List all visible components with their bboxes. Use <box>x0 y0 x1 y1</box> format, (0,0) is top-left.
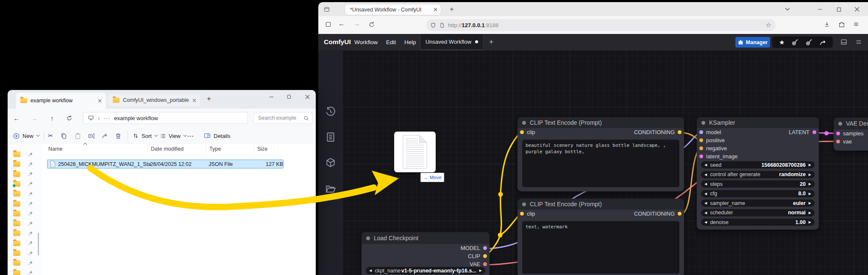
node-clip-text-encode-1[interactable]: CLIP Text Encode (Prompt) clip CONDITION… <box>517 117 684 191</box>
node-widget[interactable]: ◀ denoise 1.00 ▶ <box>701 219 815 226</box>
close-icon[interactable] <box>301 92 314 102</box>
document-icon[interactable] <box>440 22 445 28</box>
workflow-tab[interactable]: Unsaved Workflow <box>420 34 484 50</box>
menu-help[interactable]: Help <box>404 34 416 50</box>
column-header-type[interactable]: Type <box>209 144 221 154</box>
more-options-ellipsis[interactable]: ··· <box>187 127 194 144</box>
vacuum-icon-2[interactable] <box>805 39 812 46</box>
output-port-vae[interactable] <box>483 262 487 266</box>
input-port-negative[interactable] <box>699 146 703 150</box>
share-button[interactable] <box>101 127 108 144</box>
sidebar-folder-item[interactable] <box>8 239 42 248</box>
browser-tab[interactable]: *Unsaved Workflow - ComfyUI <box>345 4 441 15</box>
node-header[interactable]: CLIP Text Encode (Prompt) <box>517 199 684 210</box>
forward-icon[interactable]: → <box>29 113 40 123</box>
output-port-latent[interactable] <box>812 130 816 134</box>
view-button[interactable]: View <box>159 127 187 144</box>
increment-arrow-icon[interactable]: ▶ <box>809 201 811 205</box>
decrement-arrow-icon[interactable]: ◀ <box>704 182 707 186</box>
collapse-dot-icon[interactable] <box>522 202 526 206</box>
sidebar-folder-item[interactable] <box>8 149 42 159</box>
refresh-icon[interactable] <box>64 113 75 123</box>
input-port-model[interactable] <box>699 130 703 134</box>
ckpt-name-widget[interactable]: ◀ ckpt_name v1-5-pruned-emaonly-fp16.s..… <box>366 267 485 274</box>
search-icon[interactable] <box>303 115 309 121</box>
cut-button[interactable]: ✂ <box>48 127 53 144</box>
sidebar-folder-item[interactable] <box>8 169 42 179</box>
node-widget[interactable]: ◀ steps 20 ▶ <box>701 180 815 188</box>
vacuum-icon-1[interactable] <box>791 39 798 46</box>
sidebar-folder-item[interactable] <box>8 228 42 238</box>
sidebar-folder-item[interactable] <box>8 199 42 209</box>
node-widget[interactable]: ◀ seed 156680208700286 ▶ <box>701 161 815 168</box>
increment-arrow-icon[interactable]: ▶ <box>809 220 811 224</box>
input-port-clip[interactable] <box>520 212 524 216</box>
column-header-date[interactable]: Date modified <box>151 144 184 154</box>
prompt-textarea[interactable]: text, watermark <box>522 221 679 274</box>
file-row-selected[interactable]: 250426_MICKMUMPITZ_WAN2_1_StartFr... 26/… <box>47 160 284 168</box>
sidebar-menu-icon[interactable] <box>855 39 862 45</box>
workflows-folder-icon[interactable] <box>325 183 336 194</box>
sidebar-folder-item[interactable] <box>8 209 42 219</box>
sidebar-folder-item[interactable] <box>8 268 42 275</box>
maximize-icon[interactable] <box>283 92 295 102</box>
share-arrow-icon[interactable] <box>819 39 826 46</box>
collapse-dot-icon[interactable] <box>366 236 370 240</box>
details-button[interactable]: Details <box>203 127 231 144</box>
decrement-arrow-icon[interactable]: ◀ <box>704 192 707 196</box>
explorer-tab-inactive[interactable]: ComfyUI_windows_portable <box>108 94 200 107</box>
star-icon[interactable]: ★ <box>779 39 785 46</box>
output-port-clip[interactable] <box>483 254 487 258</box>
menu-workflow[interactable]: Workflow <box>354 34 378 50</box>
tab-actions-icon[interactable] <box>323 6 331 13</box>
downloads-icon[interactable] <box>823 21 830 28</box>
tab-list-chevron-icon[interactable] <box>784 6 791 12</box>
tab-close-icon[interactable] <box>98 99 102 103</box>
increment-arrow-icon[interactable]: ▶ <box>809 173 811 177</box>
input-port-clip[interactable] <box>520 130 524 134</box>
new-tab-icon[interactable]: + <box>207 95 211 103</box>
increment-arrow-icon[interactable]: ▶ <box>479 269 482 272</box>
search-box[interactable] <box>253 112 313 124</box>
sort-button[interactable]: Sort <box>132 127 158 144</box>
back-icon[interactable]: ← <box>338 20 345 28</box>
monitor-icon[interactable] <box>88 115 94 121</box>
column-header-name[interactable]: Name <box>48 144 62 154</box>
explorer-tab-active[interactable]: example workflow <box>16 93 106 109</box>
decrement-arrow-icon[interactable]: ◀ <box>704 220 707 224</box>
input-port-vae[interactable] <box>836 140 840 143</box>
rename-button[interactable]: A <box>88 127 95 144</box>
tab-close-icon[interactable] <box>192 98 196 102</box>
shield-icon[interactable] <box>430 22 436 28</box>
new-workflow-icon[interactable]: + <box>486 34 496 50</box>
tab-close-icon[interactable] <box>434 8 437 11</box>
new-tab-icon[interactable]: + <box>448 6 456 13</box>
delete-button[interactable] <box>115 127 122 144</box>
output-port-conditioning[interactable] <box>678 212 682 216</box>
increment-arrow-icon[interactable]: ▶ <box>809 163 811 167</box>
node-header[interactable]: CLIP Text Encode (Prompt) <box>517 117 684 128</box>
node-ksampler[interactable]: KSampler model LATENT positive negative <box>697 117 819 230</box>
maximize-icon[interactable] <box>835 6 843 12</box>
sidebar-folder-item[interactable] <box>8 248 42 258</box>
breadcrumb-bar[interactable]: › ··· example workflow <box>83 112 248 124</box>
menu-hamburger-icon[interactable] <box>853 21 860 27</box>
node-widget[interactable]: ◀ cfg 8.0 ▶ <box>701 190 815 197</box>
browser-titlebar[interactable]: *Unsaved Workflow - ComfyUI + <box>318 2 868 16</box>
node-widget[interactable]: ◀ scheduler normal ▶ <box>701 209 815 216</box>
decrement-arrow-icon[interactable]: ◀ <box>704 173 707 177</box>
minimize-icon[interactable] <box>265 92 278 102</box>
prompt-textarea[interactable]: beautiful scenery nature glass bottle la… <box>522 140 679 187</box>
sidebar-folder-item[interactable] <box>8 179 42 189</box>
input-port-latent-image[interactable] <box>699 154 703 158</box>
node-widget[interactable]: ◀ control after generate randomize ▶ <box>701 171 815 178</box>
back-icon[interactable]: ← <box>11 113 22 123</box>
model-library-cube-icon[interactable] <box>325 157 336 168</box>
split-window-icon[interactable] <box>325 21 331 28</box>
collapse-dot-icon[interactable] <box>838 122 842 126</box>
input-port-samples[interactable] <box>836 132 840 135</box>
sidebar-folder-item[interactable] <box>8 219 42 228</box>
manager-button[interactable]: Manager <box>735 37 770 48</box>
minimize-icon[interactable] <box>816 6 824 12</box>
breadcrumb-ellipsis[interactable]: ··· <box>103 115 110 121</box>
